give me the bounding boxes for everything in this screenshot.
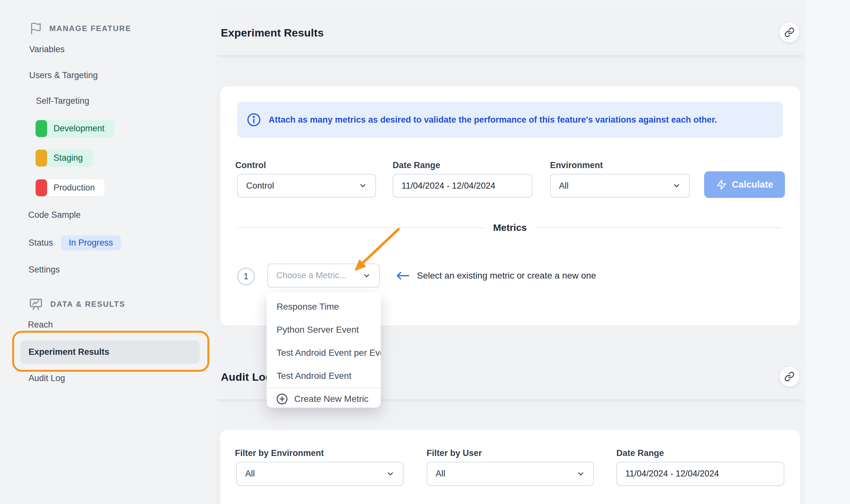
chevron-down-icon xyxy=(577,470,585,478)
link-icon xyxy=(784,27,795,37)
lightning-bolt-icon xyxy=(716,179,727,190)
sidebar-item-variables[interactable]: Variables xyxy=(29,44,65,54)
development-color-bar xyxy=(36,120,47,137)
sidebar-item-users-targeting[interactable]: Users & Targeting xyxy=(29,70,98,80)
flag-icon xyxy=(30,21,42,36)
link-icon xyxy=(784,372,795,382)
data-results-section-label: DATA & RESULTS xyxy=(50,300,125,309)
calculate-button-label: Calculate xyxy=(732,179,774,190)
menu-item-test-android-event-per-event[interactable]: Test Android Event per Event xyxy=(267,341,381,364)
create-new-metric-label: Create New Metric xyxy=(294,394,369,404)
metrics-divider: Metrics xyxy=(238,222,782,233)
sidebar-item-status[interactable]: Status xyxy=(29,238,53,248)
staging-color-bar xyxy=(36,149,47,166)
copy-link-button[interactable] xyxy=(780,22,799,42)
environment-badge-development[interactable]: Development xyxy=(36,120,114,137)
date-range-input[interactable]: 11/04/2024 - 12/04/2024 xyxy=(393,174,532,198)
right-gutter xyxy=(805,0,850,504)
circle-plus-icon xyxy=(276,393,289,406)
sidebar-item-code-sample[interactable]: Code Sample xyxy=(28,210,81,220)
info-banner: Attach as many metrics as desired to val… xyxy=(237,102,783,138)
sidebar-item-audit-log[interactable]: Audit Log xyxy=(29,373,65,383)
chevron-down-icon xyxy=(359,182,367,190)
presentation-chart-icon xyxy=(29,296,43,312)
control-select-value: Control xyxy=(246,181,274,191)
environment-select[interactable]: All xyxy=(550,174,690,198)
data-results-section-header: DATA & RESULTS xyxy=(29,296,125,312)
filter-environment-select[interactable]: All xyxy=(236,462,403,486)
divider-line xyxy=(535,227,782,228)
date-range-label: Date Range xyxy=(393,160,440,170)
calculate-button[interactable]: Calculate xyxy=(704,171,785,198)
menu-item-test-android-event[interactable]: Test Android Event xyxy=(267,364,381,388)
metrics-heading: Metrics xyxy=(493,222,526,233)
create-new-metric-option[interactable]: Create New Metric xyxy=(267,388,381,408)
environment-badge-label: Production xyxy=(47,183,104,193)
filter-user-value: All xyxy=(436,469,445,479)
audit-date-range-input[interactable]: 11/04/2024 - 12/04/2024 xyxy=(617,462,784,486)
control-label: Control xyxy=(235,160,266,170)
info-banner-text: Attach as many metrics as desired to val… xyxy=(268,115,717,125)
filter-user-select[interactable]: All xyxy=(427,462,594,486)
environment-label: Environment xyxy=(550,160,603,170)
metric-step-number: 1 xyxy=(237,268,255,285)
filter-environment-label: Filter by Environment xyxy=(235,448,324,458)
filter-environment-value: All xyxy=(245,469,255,479)
metric-hint-row: Select an existing metric or create a ne… xyxy=(395,271,596,281)
production-color-bar xyxy=(36,179,47,196)
environment-badge-production[interactable]: Production xyxy=(36,179,104,196)
annotation-ring xyxy=(12,331,209,372)
menu-item-python-server-event[interactable]: Python Server Event xyxy=(267,318,381,341)
chevron-down-icon xyxy=(386,470,395,478)
metric-select-placeholder: Choose a Metric... xyxy=(276,271,346,281)
status-badge: In Progress xyxy=(61,235,121,250)
metric-hint-text: Select an existing metric or create a ne… xyxy=(417,271,596,281)
sidebar-item-settings[interactable]: Settings xyxy=(29,265,60,275)
manage-feature-section-header: MANAGE FEATURE xyxy=(30,20,132,36)
page-title: Experiment Results xyxy=(221,26,324,39)
audit-date-range-value: 11/04/2024 - 12/04/2024 xyxy=(625,469,719,479)
environment-select-value: All xyxy=(559,181,569,191)
sidebar-item-self-targeting[interactable]: Self-Targeting xyxy=(36,96,89,106)
manage-feature-section-label: MANAGE FEATURE xyxy=(49,24,132,33)
audit-log-title: Audit Log xyxy=(221,371,272,383)
filter-user-label: Filter by User xyxy=(427,448,482,458)
environment-badge-label: Staging xyxy=(47,153,93,163)
copy-link-button-audit[interactable] xyxy=(780,367,799,386)
chevron-down-icon xyxy=(673,182,681,190)
sidebar-item-reach[interactable]: Reach xyxy=(28,320,53,330)
annotation-arrow xyxy=(351,226,405,274)
environment-badge-staging[interactable]: Staging xyxy=(36,149,93,166)
audit-date-range-label: Date Range xyxy=(617,448,664,458)
metric-dropdown-menu: Response Time Python Server Event Test A… xyxy=(267,292,381,408)
environment-badge-label: Development xyxy=(47,124,114,133)
info-icon xyxy=(246,112,262,127)
date-range-value: 11/04/2024 - 12/04/2024 xyxy=(402,181,495,191)
app-screen: MANAGE FEATURE Variables Users & Targeti… xyxy=(0,0,850,504)
experiment-results-header: Experiment Results xyxy=(215,11,805,55)
control-select[interactable]: Control xyxy=(237,174,376,198)
menu-item-response-time[interactable]: Response Time xyxy=(267,295,381,318)
